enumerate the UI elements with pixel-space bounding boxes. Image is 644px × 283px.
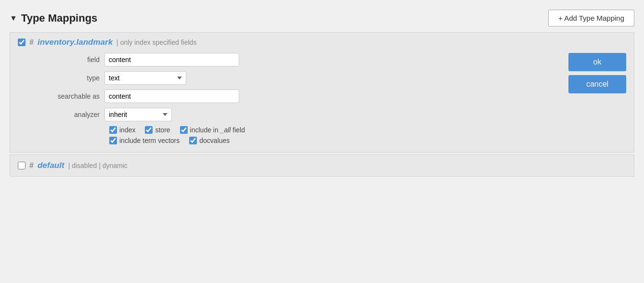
add-type-mapping-button[interactable]: + Add Type Mapping [548, 10, 634, 26]
cancel-button[interactable]: cancel [568, 75, 626, 93]
include-all-label: include in _all field [190, 126, 245, 134]
type-row: type text keyword integer long float dou… [32, 71, 540, 85]
include-term-vectors-checkbox[interactable] [109, 137, 117, 144]
docvalues-checkbox-item[interactable]: docvalues [189, 137, 230, 144]
action-buttons: ok cancel [568, 53, 626, 93]
type-mappings-header: ▼ Type Mappings + Add Type Mapping [10, 5, 634, 26]
page-title: Type Mappings [21, 12, 98, 25]
form-area: field type text keyword integer long flo… [18, 53, 626, 147]
store-label: store [155, 126, 170, 134]
mapping-description: | only index specified fields [116, 39, 196, 46]
inventory-landmark-checkbox[interactable] [18, 39, 26, 46]
analyzer-select[interactable]: inherit standard simple whitespace stop … [104, 108, 172, 121]
checkboxes-row-2: include term vectors docvalues [109, 137, 540, 144]
default-hash-icon: # [29, 161, 34, 170]
type-select[interactable]: text keyword integer long float double b… [104, 71, 186, 85]
default-mapping-checkbox[interactable] [18, 162, 26, 169]
section-header: # inventory.landmark | only index specif… [18, 38, 626, 47]
include-term-vectors-label: include term vectors [119, 137, 180, 144]
field-row: field [32, 53, 540, 66]
searchable-as-row: searchable as [32, 90, 540, 103]
searchable-as-label: searchable as [32, 92, 104, 100]
field-input[interactable] [104, 53, 239, 66]
chevron-down-icon: ▼ [10, 14, 17, 23]
searchable-as-input[interactable] [104, 90, 239, 103]
mapping-name: inventory.landmark [38, 38, 113, 47]
field-label: field [32, 56, 104, 64]
store-checkbox-item[interactable]: store [145, 126, 170, 134]
default-mapping-name: default [38, 161, 64, 170]
index-label: index [119, 126, 135, 134]
include-all-checkbox-item[interactable]: include in _all field [180, 126, 245, 134]
analyzer-row: analyzer inherit standard simple whitesp… [32, 108, 540, 121]
analyzer-label: analyzer [32, 111, 104, 118]
checkboxes-row-1: index store include in _all field [109, 126, 540, 134]
default-mapping-description: | disabled | dynamic [68, 162, 128, 169]
hash-icon: # [29, 38, 34, 47]
docvalues-label: docvalues [199, 137, 230, 144]
ok-button[interactable]: ok [568, 53, 626, 71]
default-mapping-section: # default | disabled | dynamic [10, 154, 634, 177]
include-all-checkbox[interactable] [180, 126, 188, 134]
page-wrapper: ▼ Type Mappings + Add Type Mapping # inv… [0, 0, 644, 283]
docvalues-checkbox[interactable] [189, 137, 197, 144]
form-fields: field type text keyword integer long flo… [32, 53, 540, 147]
inventory-landmark-section: # inventory.landmark | only index specif… [10, 32, 634, 153]
store-checkbox[interactable] [145, 126, 153, 134]
index-checkbox-item[interactable]: index [109, 126, 135, 134]
include-term-vectors-checkbox-item[interactable]: include term vectors [109, 137, 180, 144]
index-checkbox[interactable] [109, 126, 117, 134]
type-label: type [32, 74, 104, 82]
title-group: ▼ Type Mappings [10, 12, 97, 25]
